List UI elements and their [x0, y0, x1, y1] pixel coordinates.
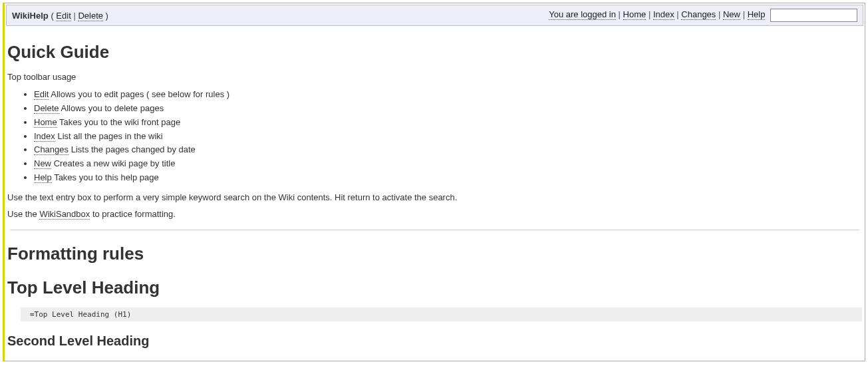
delete-term-link[interactable]: Delete: [34, 103, 59, 114]
sandbox-paragraph: Use the WikiSandbox to practice formatti…: [7, 209, 862, 219]
list-item: Index List all the pages in the wiki: [34, 130, 862, 143]
header-right: You are logged in | Home | Index | Chang…: [549, 9, 857, 22]
page-title: Quick Guide: [7, 42, 862, 63]
help-term-link[interactable]: Help: [34, 172, 52, 183]
list-item: Home Takes you to the wiki front page: [34, 116, 862, 129]
list-item: New Creates a new wiki page by title: [34, 158, 862, 170]
code-block-h1: =Top Level Heading (H1): [21, 307, 862, 321]
toolbar-list: Edit Allows you to edit pages ( see belo…: [7, 89, 862, 184]
home-link[interactable]: Home: [623, 9, 647, 20]
edit-link[interactable]: Edit: [56, 11, 71, 21]
formatting-rules-heading: Formatting rules: [7, 244, 862, 264]
new-link[interactable]: New: [723, 9, 740, 20]
search-input[interactable]: [770, 9, 857, 22]
help-link[interactable]: Help: [748, 9, 766, 20]
header-bar: WikiHelp ( Edit | Delete ) You are logge…: [6, 5, 863, 26]
changes-term-link[interactable]: Changes: [34, 144, 69, 155]
list-item: Edit Allows you to edit pages ( see belo…: [34, 89, 862, 101]
list-item: Changes Lists the pages changed by date: [34, 144, 862, 156]
index-term-link[interactable]: Index: [34, 131, 55, 142]
new-term-link[interactable]: New: [34, 158, 51, 169]
search-help-text: Use the text entry box to perform a very…: [7, 192, 862, 202]
wiki-title: WikiHelp: [12, 11, 49, 21]
logged-in-link[interactable]: You are logged in: [549, 9, 616, 20]
edit-term-link[interactable]: Edit: [34, 89, 49, 100]
top-level-heading: Top Level Heading: [7, 278, 862, 298]
list-item: Help Takes you to this help page: [34, 172, 862, 184]
toolbar-intro: Top toolbar usage: [7, 72, 862, 82]
second-level-heading: Second Level Heading: [7, 333, 862, 349]
header-left: WikiHelp ( Edit | Delete ): [12, 11, 108, 21]
list-item: Delete Allows you to delete pages: [34, 102, 862, 115]
index-link[interactable]: Index: [653, 9, 674, 20]
changes-link[interactable]: Changes: [681, 9, 716, 20]
divider: [10, 230, 859, 230]
wikisandbox-link[interactable]: WikiSandbox: [39, 209, 90, 220]
content-area: Quick Guide Top toolbar usage Edit Allow…: [5, 27, 865, 361]
delete-link[interactable]: Delete: [78, 11, 103, 21]
home-term-link[interactable]: Home: [34, 117, 57, 128]
